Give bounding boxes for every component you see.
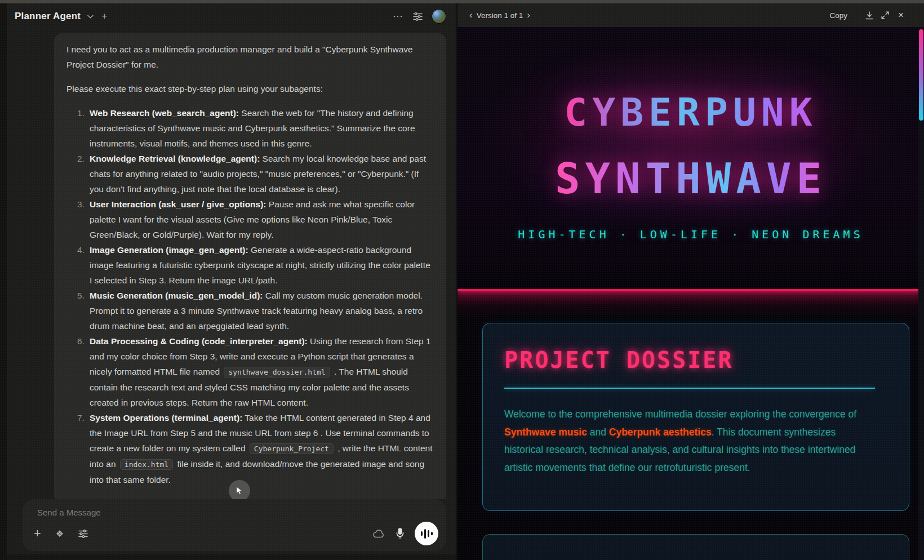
- version-label: Version 1 of 1: [477, 11, 523, 20]
- hero-section: CYBERPUNK SYNTHWAVE HIGH-TECH · LOW-LIFE…: [457, 27, 924, 289]
- next-section-card: [482, 534, 909, 560]
- message-input[interactable]: [36, 507, 437, 518]
- message-composer[interactable]: + ❖: [23, 499, 446, 551]
- copy-button[interactable]: Copy: [830, 11, 848, 20]
- step-item: 2.Knowledge Retrieval (knowledge_agent):…: [70, 151, 434, 197]
- expand-icon[interactable]: [881, 11, 889, 19]
- cloud-icon[interactable]: [373, 529, 385, 538]
- more-options-icon[interactable]: ⋯: [393, 10, 404, 23]
- hero-tagline: HIGH-TECH · LOW-LIFE · NEON DREAMS: [457, 228, 924, 241]
- step-item: 1.Web Research (web_search_agent): Searc…: [70, 105, 434, 151]
- rendered-artifact: CYBERPUNK SYNTHWAVE HIGH-TECH · LOW-LIFE…: [457, 27, 924, 560]
- mic-icon[interactable]: [396, 528, 405, 539]
- attach-plus-icon[interactable]: +: [34, 526, 41, 541]
- inline-code: index.html: [120, 459, 173, 470]
- artifact-preview-panel: ‹ Version 1 of 1 › Copy × CYBERPUNK SYN: [456, 3, 924, 560]
- hero-title-line1: CYBERPUNK: [564, 94, 817, 132]
- step-item: 6.Data Processing & Coding (code_interpr…: [70, 334, 434, 410]
- step-item: 3.User Interaction (ask_user / give_opti…: [70, 197, 434, 242]
- composer-toolbar: + ❖: [34, 522, 438, 545]
- new-chat-button[interactable]: +: [101, 11, 107, 22]
- dossier-paragraph: Welcome to the comprehensive multimedia …: [504, 406, 875, 477]
- tools-diamond-icon[interactable]: ❖: [56, 528, 64, 539]
- neon-divider-glow: [457, 291, 924, 318]
- chat-header: Planner Agent + ⋯: [7, 3, 456, 29]
- inline-code: Cyberpunk_Project: [250, 443, 334, 454]
- message-paragraph: Please execute this exact step-by-step p…: [66, 81, 434, 96]
- preview-scrollbar-track[interactable]: [918, 27, 924, 560]
- bottom-gutter: [7, 554, 456, 560]
- chat-scroll-area[interactable]: I need you to act as a multimedia produc…: [7, 29, 456, 499]
- close-icon[interactable]: ×: [898, 10, 904, 21]
- step-item: 5.Music Generation (music_gen_model_id):…: [70, 288, 434, 334]
- agent-title: Planner Agent: [15, 11, 81, 22]
- filter-sliders-icon[interactable]: [78, 530, 88, 538]
- dossier-underline: [504, 388, 875, 389]
- message-steps: 1.Web Research (web_search_agent): Searc…: [66, 105, 434, 487]
- mixer-settings-icon[interactable]: [413, 12, 423, 21]
- step-item: 7.System Operations (terminal_agent): Ta…: [70, 410, 434, 487]
- mouse-cursor-overlay: [229, 480, 250, 499]
- chat-panel: Planner Agent + ⋯ I need you to act as a…: [0, 3, 456, 560]
- step-item: 4.Image Generation (image_gen_agent): Ge…: [70, 242, 434, 288]
- chevron-down-icon[interactable]: [87, 15, 94, 19]
- project-dossier-card: PROJECT DOSSIER Welcome to the comprehen…: [482, 323, 909, 511]
- user-avatar[interactable]: [432, 9, 446, 24]
- message-paragraph: I need you to act as a multimedia produc…: [66, 42, 434, 72]
- voice-mode-button[interactable]: [415, 522, 438, 545]
- app-window: Planner Agent + ⋯ I need you to act as a…: [0, 3, 924, 560]
- user-message-bubble: I need you to act as a multimedia produc…: [54, 33, 446, 499]
- preview-scrollbar-thumb[interactable]: [919, 29, 923, 121]
- inline-code: synthwave_dossier.html: [224, 367, 330, 377]
- chevron-left-icon[interactable]: ‹: [465, 10, 477, 21]
- hero-title-line2: SYNTHWAVE: [555, 158, 827, 199]
- preview-header: ‹ Version 1 of 1 › Copy ×: [457, 3, 924, 27]
- dossier-heading: PROJECT DOSSIER: [504, 347, 875, 373]
- download-icon[interactable]: [865, 11, 873, 20]
- chevron-right-icon[interactable]: ›: [523, 10, 534, 21]
